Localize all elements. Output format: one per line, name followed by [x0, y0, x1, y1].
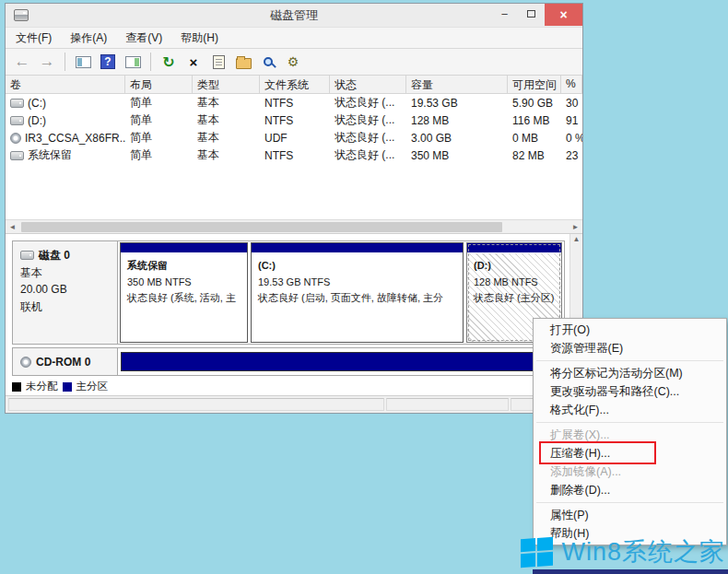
- menu-item-mark-active[interactable]: 将分区标记为活动分区(M): [534, 364, 725, 382]
- menu-item-format[interactable]: 格式化(F)...: [534, 401, 725, 419]
- volume-name: IR3_CCSA_X86FR...: [25, 132, 125, 145]
- col-capacity[interactable]: 容量: [406, 76, 508, 93]
- horizontal-scrollbar[interactable]: ◄ ►: [6, 219, 582, 233]
- col-status[interactable]: 状态: [330, 76, 406, 93]
- toolbar-separator: [150, 53, 151, 71]
- cdrom-media-bar[interactable]: [121, 352, 561, 371]
- partition-header: [467, 243, 561, 253]
- scroll-up-icon[interactable]: ▲: [573, 235, 581, 243]
- partition-name: (D:): [474, 258, 555, 275]
- cdrom-icon: [20, 357, 31, 368]
- disk-0-row: 磁盘 0 基本 20.00 GB 联机 系统保留 350 MB NTFS 状态良…: [12, 240, 565, 345]
- status-cell: [386, 398, 509, 411]
- volume-free: 5.90 GB: [508, 97, 561, 110]
- cdrom-name: CD-ROM 0: [36, 356, 90, 369]
- volume-fs: NTFS: [260, 149, 330, 162]
- volume-percent: 23: [561, 149, 582, 162]
- shrink-volume-label: 压缩卷(H)...: [550, 447, 610, 460]
- delete-icon[interactable]: ×: [184, 53, 203, 71]
- legend-unallocated-swatch: [12, 382, 21, 392]
- partition-status: 状态良好 (主分区): [474, 290, 555, 307]
- partition-context-menu: 打开(O) 资源管理器(E) 将分区标记为活动分区(M) 更改驱动器号和路径(C…: [533, 318, 727, 545]
- disk-name: 磁盘 0: [39, 247, 70, 264]
- title-bar[interactable]: 磁盘管理 − ×: [6, 4, 582, 27]
- volume-name: 系统保留: [28, 147, 72, 163]
- refresh-icon[interactable]: ↻: [159, 53, 178, 71]
- menu-item-shrink-volume[interactable]: 压缩卷(H)...: [534, 444, 725, 463]
- menu-item-properties[interactable]: 属性(P): [534, 506, 725, 524]
- menu-item-explorer[interactable]: 资源管理器(E): [534, 339, 725, 357]
- back-icon[interactable]: ←: [13, 53, 31, 71]
- partition-header: [252, 243, 463, 253]
- volume-list: 卷 布局 类型 文件系统 状态 容量 可用空间 % (C:) 简单 基本 NTF…: [6, 76, 582, 219]
- col-layout[interactable]: 布局: [125, 76, 193, 93]
- menu-bar: 文件(F) 操作(A) 查看(V) 帮助(H): [6, 27, 582, 49]
- volume-row-system-reserved[interactable]: 系统保留 简单 基本 NTFS 状态良好 (... 350 MB 82 MB 2…: [6, 146, 582, 164]
- disk-size: 20.00 GB: [20, 281, 110, 299]
- show-action-pane-icon[interactable]: [123, 53, 142, 71]
- volume-percent: 0 %: [561, 132, 582, 145]
- volume-free: 116 MB: [508, 114, 561, 127]
- horizontal-scrollbar-thumb[interactable]: [21, 222, 502, 232]
- watermark-text: Win8系统之家: [561, 535, 725, 568]
- drive-icon: [10, 151, 24, 160]
- volume-capacity: 19.53 GB: [406, 97, 508, 110]
- menu-item-delete-volume[interactable]: 删除卷(D)...: [534, 481, 725, 499]
- partition-name: 系统保留: [127, 258, 241, 275]
- menu-help[interactable]: 帮助(H): [181, 30, 218, 46]
- volume-type: 基本: [193, 130, 260, 146]
- volume-free: 82 MB: [508, 149, 561, 162]
- toolbar-separator: [65, 53, 65, 71]
- scroll-left-icon[interactable]: ◄: [6, 220, 19, 233]
- menu-item-extend-volume: 扩展卷(X)...: [534, 426, 725, 444]
- volume-capacity: 3.00 GB: [406, 132, 508, 145]
- show-console-tree-icon[interactable]: [74, 53, 92, 71]
- disk-0-label[interactable]: 磁盘 0 基本 20.00 GB 联机: [13, 241, 118, 344]
- volume-name: (C:): [28, 97, 46, 110]
- volume-type: 基本: [193, 112, 260, 128]
- volume-row-d[interactable]: (D:) 简单 基本 NTFS 状态良好 (... 128 MB 116 MB …: [6, 111, 582, 129]
- disk-management-window: 磁盘管理 − × 文件(F) 操作(A) 查看(V) 帮助(H) ← → ? ↻…: [5, 3, 583, 414]
- disk-icon: [20, 251, 34, 260]
- open-folder-icon[interactable]: [234, 53, 252, 71]
- cdrom-0-label[interactable]: CD-ROM 0: [13, 348, 118, 375]
- menu-item-change-drive-letter[interactable]: 更改驱动器号和路径(C)...: [534, 382, 725, 401]
- disk-status: 联机: [20, 299, 110, 316]
- volume-percent: 91: [561, 114, 582, 127]
- col-type[interactable]: 类型: [193, 76, 260, 93]
- volume-fs: NTFS: [260, 97, 330, 110]
- watermark: Win8系统之家: [521, 535, 725, 568]
- partition-status: 状态良好 (启动, 页面文件, 故障转储, 主分: [258, 290, 456, 307]
- col-volume[interactable]: 卷: [6, 76, 125, 93]
- properties-icon[interactable]: [209, 53, 228, 71]
- menu-view[interactable]: 查看(V): [125, 30, 162, 46]
- menu-action[interactable]: 操作(A): [70, 30, 107, 46]
- volume-row-cdrom[interactable]: IR3_CCSA_X86FR... 简单 基本 UDF 状态良好 (... 3.…: [6, 129, 582, 146]
- menu-separator: [536, 422, 723, 423]
- manage-computer-icon[interactable]: ⚙: [284, 53, 302, 71]
- watermark-strip: [533, 569, 728, 574]
- volume-layout: 简单: [125, 130, 193, 146]
- partition-status: 状态良好 (系统, 活动, 主: [127, 290, 241, 307]
- volume-status: 状态良好 (...: [330, 147, 406, 163]
- partition-c[interactable]: (C:) 19.53 GB NTFS 状态良好 (启动, 页面文件, 故障转储,…: [251, 242, 464, 343]
- volume-type: 基本: [193, 95, 260, 111]
- volume-row-c[interactable]: (C:) 简单 基本 NTFS 状态良好 (... 19.53 GB 5.90 …: [6, 94, 582, 111]
- volume-status: 状态良好 (...: [330, 130, 406, 146]
- partition-size: 128 MB NTFS: [474, 275, 555, 291]
- col-percent[interactable]: %: [561, 76, 582, 93]
- menu-item-open[interactable]: 打开(O): [534, 321, 725, 339]
- volume-free: 0 MB: [508, 132, 561, 145]
- menu-file[interactable]: 文件(F): [16, 30, 52, 46]
- col-filesystem[interactable]: 文件系统: [260, 76, 330, 93]
- disc-icon: [10, 133, 21, 144]
- volume-fs: UDF: [260, 132, 330, 145]
- forward-icon[interactable]: →: [38, 53, 56, 71]
- help-icon[interactable]: ?: [99, 53, 117, 71]
- col-free-space[interactable]: 可用空间: [508, 76, 561, 93]
- find-icon[interactable]: [259, 53, 277, 71]
- scroll-right-icon[interactable]: ►: [569, 220, 582, 233]
- desktop: { "colors": { "background": "#9BD7E6", "…: [0, 0, 728, 574]
- partition-system-reserved[interactable]: 系统保留 350 MB NTFS 状态良好 (系统, 活动, 主: [120, 242, 248, 343]
- volume-fs: NTFS: [260, 114, 330, 127]
